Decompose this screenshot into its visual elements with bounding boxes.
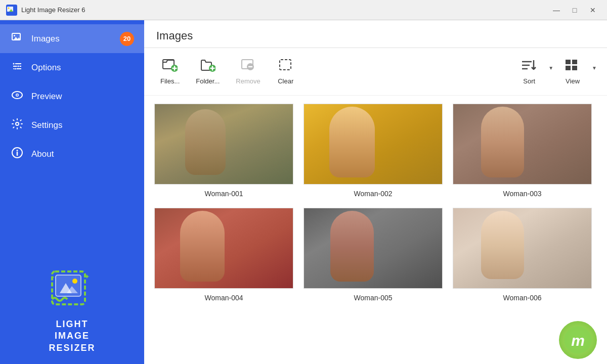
view-label: View: [566, 77, 580, 85]
remove-button[interactable]: Remove: [230, 55, 266, 88]
image-thumbnail-3: [453, 104, 592, 185]
sidebar-item-settings-label: Settings: [31, 120, 62, 130]
image-thumbnail-5: [304, 208, 443, 289]
svg-text:✦: ✦: [51, 275, 55, 280]
view-dropdown-arrow[interactable]: ▼: [592, 65, 597, 71]
app-title: Light Image Resizer 6: [21, 6, 548, 14]
sidebar-item-preview[interactable]: Preview: [0, 82, 144, 111]
sort-dropdown-arrow[interactable]: ▼: [548, 65, 553, 71]
preview-icon: [10, 89, 24, 104]
svg-point-6: [14, 35, 15, 36]
svg-point-21: [17, 150, 18, 151]
folder-label: Folder...: [196, 77, 220, 85]
svg-text:✦: ✦: [84, 272, 90, 281]
svg-rect-39: [280, 60, 291, 70]
images-icon: [10, 31, 24, 46]
files-button[interactable]: Files...: [154, 55, 186, 88]
remove-icon: [240, 58, 255, 74]
content-header: Images: [144, 20, 607, 48]
svg-point-18: [16, 122, 19, 125]
sidebar-item-about[interactable]: About: [0, 140, 144, 168]
image-label-4: Woman-004: [204, 294, 243, 302]
view-icon: [564, 58, 581, 74]
minimize-button[interactable]: —: [548, 4, 565, 16]
image-label-1: Woman-001: [204, 190, 243, 198]
sort-label: Sort: [523, 77, 535, 85]
view-button[interactable]: View: [557, 55, 588, 88]
maximize-button[interactable]: □: [567, 4, 583, 16]
sidebar-item-settings[interactable]: Settings: [0, 111, 144, 140]
list-item[interactable]: Woman-006: [453, 208, 592, 302]
svg-point-3: [8, 7, 10, 9]
about-icon: [10, 147, 24, 161]
sidebar-item-preview-label: Preview: [31, 92, 62, 102]
content-area: Images Files...: [144, 20, 607, 364]
options-icon: [10, 60, 24, 75]
remove-label: Remove: [236, 77, 260, 85]
sidebar-item-options[interactable]: Options: [0, 53, 144, 82]
page-title: Images: [156, 29, 595, 42]
image-thumbnail-1: [154, 104, 293, 185]
clear-label: Clear: [278, 77, 293, 85]
image-label-5: Woman-005: [354, 294, 392, 302]
title-bar: Light Image Resizer 6 — □ ✕: [0, 0, 607, 20]
muon-watermark: m: [559, 321, 597, 359]
image-grid: Woman-001 Woman-002 Woman-003 Woman-004: [154, 104, 597, 302]
list-item[interactable]: Woman-004: [154, 208, 293, 302]
files-icon: [162, 58, 178, 74]
svg-point-26: [72, 279, 77, 284]
image-thumbnail-4: [154, 208, 293, 289]
svg-point-7: [13, 63, 15, 65]
image-thumbnail-6: [453, 208, 592, 289]
files-label: Files...: [160, 77, 180, 85]
list-item[interactable]: Woman-001: [154, 104, 293, 198]
sidebar-item-images-label: Images: [31, 34, 60, 44]
svg-rect-45: [566, 66, 571, 70]
list-item[interactable]: Woman-005: [304, 208, 443, 302]
svg-rect-44: [572, 60, 577, 64]
svg-marker-5: [14, 37, 21, 40]
image-label-3: Woman-003: [503, 190, 541, 198]
app-icon: [6, 5, 17, 16]
clear-button[interactable]: Clear: [271, 55, 301, 88]
logo-text: LIGHT IMAGE RESIZER: [49, 318, 95, 354]
list-item[interactable]: Woman-002: [304, 104, 443, 198]
image-thumbnail-2: [304, 104, 443, 185]
image-label-2: Woman-002: [354, 190, 392, 198]
image-label-6: Woman-006: [503, 294, 541, 302]
sidebar-item-options-label: Options: [31, 63, 61, 73]
sort-button[interactable]: Sort: [514, 55, 544, 88]
images-badge: 20: [120, 32, 134, 46]
svg-point-9: [18, 66, 19, 67]
clear-icon: [278, 58, 293, 74]
svg-text:m: m: [571, 332, 585, 349]
app-logo: ✦ ✦: [50, 269, 95, 314]
folder-icon: [200, 58, 215, 74]
svg-rect-43: [566, 60, 571, 64]
svg-rect-46: [572, 66, 577, 70]
sidebar-bottom: ✦ ✦ LIGHT IMAGE RESIZER: [0, 259, 144, 364]
settings-icon: [10, 118, 24, 132]
window-controls: — □ ✕: [548, 4, 601, 16]
svg-point-17: [17, 95, 18, 96]
main-container: Images 20 Options: [0, 20, 607, 364]
sidebar-item-images[interactable]: Images 20: [0, 24, 144, 53]
folder-button[interactable]: Folder...: [190, 55, 226, 88]
sort-icon: [521, 58, 538, 74]
sidebar: Images 20 Options: [0, 20, 144, 364]
toolbar: Files... Folder...: [144, 48, 607, 96]
list-item[interactable]: Woman-003: [453, 104, 592, 198]
image-grid-container[interactable]: Woman-001 Woman-002 Woman-003 Woman-004: [144, 96, 607, 364]
svg-point-12: [15, 68, 16, 70]
close-button[interactable]: ✕: [585, 4, 601, 16]
sidebar-item-about-label: About: [31, 149, 54, 159]
